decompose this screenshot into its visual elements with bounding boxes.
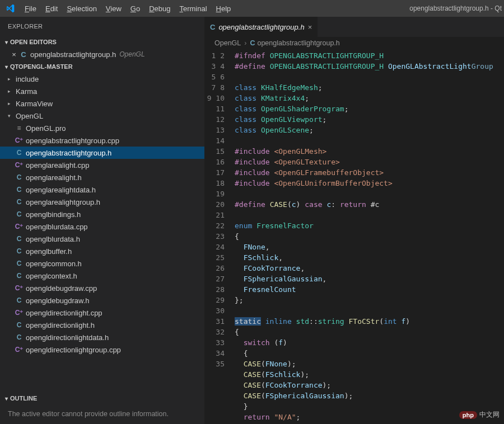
open-editor-item[interactable]: × C openglabstractlightgroup.h OpenGL bbox=[0, 48, 204, 60]
file-item[interactable]: Copenglcommon.h bbox=[0, 257, 204, 270]
breadcrumb-file[interactable]: openglabstractlightgroup.h bbox=[257, 39, 339, 47]
outline-message: The active editor cannot provide outline… bbox=[0, 404, 204, 424]
menubar: FileEditSelectionViewGoDebugTerminalHelp… bbox=[0, 0, 504, 17]
code-content[interactable]: #ifndef OPENGLABSTRACTLIGHTGROUP_H #defi… bbox=[235, 49, 504, 424]
folder-include[interactable]: include bbox=[0, 73, 204, 85]
watermark: php 中文网 bbox=[459, 410, 500, 420]
chevron-icon bbox=[8, 76, 15, 82]
open-editors-label: OPEN EDITORS bbox=[10, 39, 57, 45]
file-item[interactable]: Copenglarealight.h bbox=[0, 171, 204, 183]
chevron-icon bbox=[8, 88, 15, 94]
file-icon: C⁺ bbox=[15, 309, 24, 317]
outline-section[interactable]: ▾ OUTLINE bbox=[0, 392, 204, 404]
watermark-badge: php bbox=[459, 411, 477, 419]
file-icon: C bbox=[15, 260, 24, 267]
file-item[interactable]: Copenglabstractlightgroup.h bbox=[0, 147, 204, 159]
file-item[interactable]: C⁺openglblurdata.cpp bbox=[0, 220, 204, 233]
menu-view[interactable]: View bbox=[101, 4, 126, 13]
chevron-icon bbox=[8, 101, 15, 106]
file-icon: C⁺ bbox=[15, 284, 24, 292]
file-icon: C bbox=[15, 210, 24, 218]
window-title: openglabstractlightgroup.h - Qt bbox=[235, 4, 504, 12]
workspace-label: QTOPENGL-MASTER bbox=[10, 63, 73, 70]
editor-tabbar: C openglabstractlightgroup.h × bbox=[204, 17, 504, 37]
file-icon: C bbox=[15, 247, 24, 255]
menu-terminal[interactable]: Terminal bbox=[175, 4, 211, 13]
outline-label: OUTLINE bbox=[10, 395, 37, 402]
breadcrumb[interactable]: OpenGL › C openglabstractlightgroup.h bbox=[204, 37, 504, 49]
file-icon: C⁺ bbox=[15, 161, 24, 169]
file-item[interactable]: Copenglcontext.h bbox=[0, 270, 204, 282]
file-icon: C⁺ bbox=[15, 223, 24, 230]
file-item[interactable]: ≡OpenGL.pro bbox=[0, 122, 204, 134]
file-c-icon: C bbox=[19, 50, 28, 59]
file-item[interactable]: C⁺opengldebugdraw.cpp bbox=[0, 282, 204, 294]
folder-karma[interactable]: Karma bbox=[0, 85, 204, 97]
editor-tab[interactable]: C openglabstractlightgroup.h × bbox=[204, 17, 318, 37]
menu-go[interactable]: Go bbox=[126, 4, 144, 13]
file-item[interactable]: Copenglarealightdata.h bbox=[0, 183, 204, 196]
minimap[interactable] bbox=[470, 49, 504, 424]
file-icon: C⁺ bbox=[15, 346, 24, 354]
file-item[interactable]: C⁺opengldirectionlightgroup.cpp bbox=[0, 343, 204, 356]
file-item[interactable]: Copengldebugdraw.h bbox=[0, 294, 204, 307]
file-tree: includeKarmaKarmaViewOpenGL≡OpenGL.proC⁺… bbox=[0, 73, 204, 392]
file-c-icon: C bbox=[250, 39, 255, 47]
tab-name: openglabstractlightgroup.h bbox=[218, 23, 304, 31]
editor-area: C openglabstractlightgroup.h × OpenGL › … bbox=[204, 17, 504, 424]
open-editor-name: openglabstractlightgroup.h bbox=[30, 50, 116, 59]
file-item[interactable]: Copenglbuffer.h bbox=[0, 245, 204, 257]
file-item[interactable]: C⁺openglarealight.cpp bbox=[0, 159, 204, 171]
open-editors-section[interactable]: ▾ OPEN EDITORS bbox=[0, 36, 204, 48]
workspace-section[interactable]: ▾ QTOPENGL-MASTER bbox=[0, 60, 204, 73]
chevron-icon bbox=[8, 113, 15, 119]
code-editor[interactable]: 1 2 3 4 5 6 7 8 9 10 11 12 13 14 15 16 1… bbox=[204, 49, 504, 424]
file-c-icon: C bbox=[210, 23, 215, 31]
file-item[interactable]: Copenglarealightgroup.h bbox=[0, 196, 204, 208]
chevron-down-icon: ▾ bbox=[2, 64, 10, 70]
folder-karmaview[interactable]: KarmaView bbox=[0, 97, 204, 110]
file-icon: C bbox=[15, 272, 24, 280]
file-icon: C bbox=[15, 333, 24, 341]
file-item[interactable]: C⁺openglabstractlightgroup.cpp bbox=[0, 134, 204, 147]
folder-opengl[interactable]: OpenGL bbox=[0, 110, 204, 122]
chevron-down-icon: ▾ bbox=[2, 395, 10, 402]
menu-selection[interactable]: Selection bbox=[62, 4, 101, 13]
vscode-logo-icon bbox=[6, 4, 15, 13]
file-icon: C bbox=[15, 296, 24, 304]
explorer-label: EXPLORER bbox=[0, 17, 204, 36]
file-icon: C⁺ bbox=[15, 136, 24, 144]
breadcrumb-sep-icon: › bbox=[244, 39, 246, 47]
file-icon: C bbox=[15, 186, 24, 194]
file-icon: C bbox=[15, 321, 24, 329]
chevron-down-icon: ▾ bbox=[2, 39, 10, 45]
watermark-text: 中文网 bbox=[479, 410, 500, 420]
line-numbers: 1 2 3 4 5 6 7 8 9 10 11 12 13 14 15 16 1… bbox=[204, 49, 235, 424]
close-icon[interactable]: × bbox=[10, 50, 18, 59]
file-icon: C bbox=[15, 198, 24, 206]
file-icon: C bbox=[15, 149, 24, 157]
file-item[interactable]: Copengldirectionlight.h bbox=[0, 319, 204, 331]
file-icon: ≡ bbox=[15, 124, 24, 132]
file-item[interactable]: Copenglbindings.h bbox=[0, 208, 204, 220]
menu-debug[interactable]: Debug bbox=[144, 4, 175, 13]
file-icon: C bbox=[15, 173, 24, 181]
file-icon: C bbox=[15, 235, 24, 243]
file-item[interactable]: C⁺opengldirectionlight.cpp bbox=[0, 307, 204, 319]
menu-file[interactable]: File bbox=[20, 4, 41, 13]
breadcrumb-folder[interactable]: OpenGL bbox=[214, 39, 241, 47]
file-item[interactable]: Copengldirectionlightdata.h bbox=[0, 331, 204, 343]
menu-help[interactable]: Help bbox=[212, 4, 236, 13]
file-item[interactable]: Copenglblurdata.h bbox=[0, 233, 204, 245]
open-editor-path: OpenGL bbox=[119, 50, 144, 58]
menu-edit[interactable]: Edit bbox=[41, 4, 62, 13]
sidebar: EXPLORER ▾ OPEN EDITORS × C openglabstra… bbox=[0, 17, 204, 424]
close-icon[interactable]: × bbox=[308, 23, 312, 31]
